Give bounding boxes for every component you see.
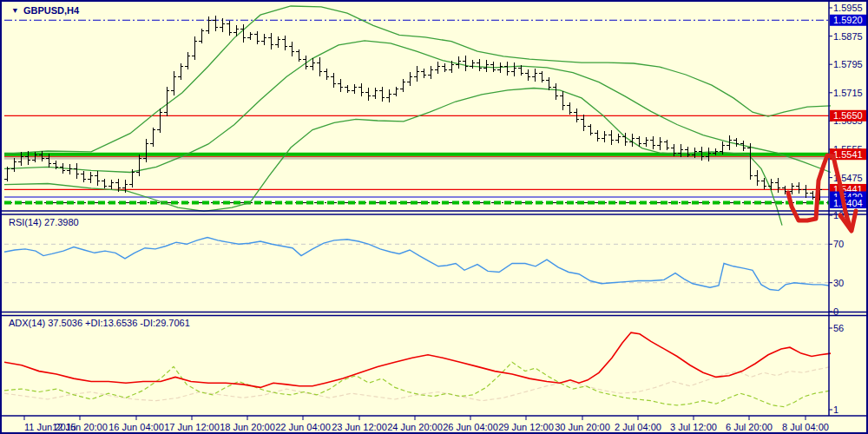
ohlc-bar bbox=[414, 66, 419, 82]
ohlc-bar bbox=[227, 21, 232, 36]
price-badge-label: 1.5404 bbox=[833, 198, 863, 208]
ohlc-bar bbox=[358, 83, 364, 97]
ohlc-bar bbox=[345, 85, 350, 94]
ohlc-bar bbox=[74, 163, 79, 179]
rsi-tick-label: 30 bbox=[833, 278, 844, 288]
chevron-down-icon: ▼ bbox=[11, 6, 19, 15]
ohlc-bar bbox=[470, 60, 475, 69]
time-tick-label: 2 Jul 04:00 bbox=[615, 422, 661, 432]
ohlc-bar bbox=[407, 72, 412, 86]
ohlc-bar bbox=[615, 134, 621, 143]
minus-di-line bbox=[4, 366, 831, 400]
rsi-tick-label: 70 bbox=[833, 239, 844, 249]
ohlc-bar bbox=[532, 69, 537, 82]
adx-panel[interactable] bbox=[4, 332, 831, 407]
ohlc-bar bbox=[247, 32, 253, 41]
price-tick-label: 1.5875 bbox=[833, 31, 863, 42]
ohlc-bar bbox=[602, 131, 607, 143]
ohlc-bar bbox=[178, 63, 183, 80]
ohlc-bar bbox=[95, 171, 100, 186]
ohlc-bar bbox=[747, 143, 753, 180]
time-tick-label: 26 Jun 04:00 bbox=[443, 422, 498, 432]
main-chart-panel[interactable] bbox=[4, 6, 831, 226]
ohlc-bar bbox=[206, 16, 211, 34]
ohlc-bar bbox=[581, 115, 586, 131]
rsi-panel[interactable] bbox=[4, 238, 829, 291]
ohlc-bar bbox=[317, 57, 322, 76]
rsi-line bbox=[4, 238, 829, 291]
ohlc-bar bbox=[539, 71, 544, 83]
adx-line bbox=[4, 332, 831, 387]
adx-indicator-header: ADX(14) 37.5036 +DI:13.6536 -DI:29.7061 bbox=[9, 318, 190, 328]
ohlc-bar bbox=[511, 62, 516, 76]
ohlc-bar bbox=[386, 89, 391, 102]
ohlc-bar bbox=[796, 182, 801, 194]
time-tick-label: 23 Jun 12:00 bbox=[332, 422, 387, 432]
price-tick-label: 1.5795 bbox=[833, 59, 863, 69]
ohlc-bar bbox=[560, 91, 565, 110]
ohlc-bar bbox=[261, 34, 266, 46]
time-tick-label: 18 Jun 20:00 bbox=[220, 422, 275, 432]
ohlc-bar bbox=[164, 87, 169, 116]
ohlc-bar bbox=[588, 124, 593, 136]
ohlc-bar bbox=[504, 62, 510, 76]
ohlc-bar bbox=[365, 88, 371, 102]
ohlc-bar bbox=[754, 170, 760, 186]
ohlc-bar bbox=[338, 79, 343, 92]
ohlc-bar bbox=[275, 36, 280, 48]
ohlc-bar bbox=[171, 71, 176, 95]
ohlc-bar bbox=[442, 63, 447, 72]
ohlc-bar bbox=[88, 172, 93, 183]
trading-terminal-window: 1.59551.58751.57951.57151.56351.55551.54… bbox=[0, 0, 868, 434]
ohlc-bar bbox=[150, 128, 155, 147]
ohlc-bar bbox=[650, 136, 655, 150]
ohlc-bar bbox=[213, 16, 218, 31]
ohlc-bar bbox=[608, 130, 614, 146]
ohlc-bar bbox=[379, 87, 385, 102]
panel-frame bbox=[2, 2, 868, 416]
ohlc-bar bbox=[268, 33, 273, 50]
time-tick-label: 6 Jul 20:00 bbox=[726, 422, 773, 432]
time-tick-label: 8 Jul 04:00 bbox=[782, 422, 829, 432]
symbol-text: GBPUSD,H4 bbox=[23, 5, 79, 16]
time-tick-label: 16 Jun 04:00 bbox=[108, 422, 164, 432]
price-badge-label: 1.5920 bbox=[833, 15, 863, 25]
adx-tick-label: 56 bbox=[833, 323, 844, 333]
time-tick-label: 12 Jun 20:00 bbox=[52, 422, 108, 432]
ohlc-bar bbox=[185, 52, 190, 70]
ohlc-bar bbox=[463, 56, 468, 71]
ohlc-bar bbox=[428, 66, 433, 79]
ohlc-bar bbox=[199, 29, 204, 44]
price-tick-label: 1.5715 bbox=[833, 88, 863, 98]
ohlc-bar bbox=[331, 73, 336, 88]
ohlc-bar bbox=[421, 69, 426, 78]
ohlc-bar bbox=[595, 130, 600, 142]
ohlc-bar bbox=[220, 18, 225, 32]
rsi-indicator-header: RSI(14) 27.3980 bbox=[9, 217, 79, 227]
adx-tick-label: 1 bbox=[833, 404, 838, 415]
price-axis[interactable]: 1.59551.58751.57951.57151.56351.55551.54… bbox=[829, 3, 868, 415]
ohlc-bar bbox=[324, 69, 329, 80]
ohlc-bar bbox=[456, 56, 461, 69]
ohlc-bar bbox=[664, 140, 669, 151]
ohlc-bar bbox=[435, 62, 440, 75]
ohlc-bar bbox=[108, 180, 114, 190]
ohlc-bar bbox=[192, 36, 197, 60]
rsi-tick-label: 0 bbox=[833, 306, 838, 317]
ohlc-bar bbox=[81, 171, 86, 182]
time-axis[interactable]: 11 Jun 201512 Jun 20:0016 Jun 04:0017 Ju… bbox=[24, 416, 829, 432]
ohlc-bar bbox=[483, 60, 489, 73]
ohlc-bar bbox=[372, 88, 378, 99]
ohlc-bar bbox=[553, 83, 558, 101]
price-tick-label: 1.5955 bbox=[833, 3, 863, 13]
chart-canvas[interactable]: 1.59551.58751.57951.57151.56351.55551.54… bbox=[2, 2, 868, 434]
price-badge-label: 1.5541 bbox=[833, 149, 863, 160]
ohlc-bar bbox=[525, 69, 530, 81]
symbol-timeframe-label[interactable]: ▼GBPUSD,H4 bbox=[10, 5, 79, 16]
bollinger-upper-band bbox=[4, 6, 831, 154]
ohlc-bar bbox=[289, 42, 294, 56]
time-tick-label: 22 Jun 04:00 bbox=[275, 422, 331, 432]
ohlc-bar bbox=[11, 158, 16, 172]
ohlc-bar bbox=[102, 179, 107, 189]
time-tick-label: 30 Jun 20:00 bbox=[555, 422, 610, 432]
